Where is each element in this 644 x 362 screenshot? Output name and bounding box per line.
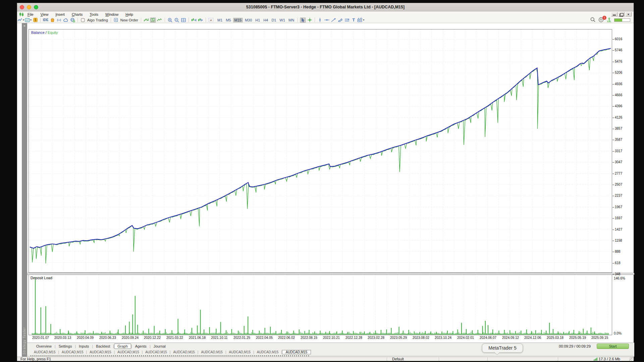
menu-window[interactable]: Window bbox=[105, 12, 118, 16]
tester-tab-overview[interactable]: Overview bbox=[33, 344, 55, 349]
document-tab[interactable]: AUDCAD,M15 bbox=[115, 350, 142, 354]
balance-equity-chart[interactable] bbox=[29, 29, 612, 273]
chart-style-icon[interactable]: ▾ bbox=[17, 17, 24, 23]
chart-shift-frame-icon[interactable] bbox=[208, 17, 214, 23]
zoom-out-icon[interactable] bbox=[174, 17, 180, 23]
mdi-close-icon[interactable]: × bbox=[625, 12, 632, 16]
dollar-icon[interactable]: $ bbox=[32, 17, 38, 23]
crosshair-icon[interactable] bbox=[307, 17, 313, 23]
svg-text:$: $ bbox=[34, 18, 36, 22]
menu-file[interactable]: File bbox=[28, 12, 34, 16]
price-tick-mark bbox=[612, 218, 614, 219]
horizontal-line-tool-icon[interactable] bbox=[324, 17, 330, 23]
algo-trading-button[interactable]: Algo Trading bbox=[87, 18, 108, 22]
menu-tools[interactable]: Tools bbox=[90, 12, 98, 16]
text-tool-icon[interactable]: T bbox=[351, 17, 357, 23]
menu-help[interactable]: Help bbox=[125, 12, 133, 16]
timeframe-m30[interactable]: M30 bbox=[244, 18, 253, 22]
new-order-button[interactable]: New Order bbox=[120, 18, 138, 22]
document-tab[interactable]: AUDCAD,M15 bbox=[170, 350, 197, 354]
menu-charts[interactable]: Charts bbox=[72, 12, 83, 16]
market-bag-icon[interactable] bbox=[49, 17, 55, 23]
deposit-min-label: 0.0% bbox=[614, 331, 622, 335]
deposit-load-chart[interactable] bbox=[29, 275, 612, 335]
tester-close-icon[interactable]: × bbox=[22, 23, 27, 28]
date-tick-label: 2024.12.06 bbox=[524, 336, 541, 340]
zoom-in-icon[interactable] bbox=[167, 17, 173, 23]
level-up-icon[interactable]: ⇧LVL bbox=[607, 18, 611, 22]
document-tab[interactable]: AUDCAD,M15 bbox=[87, 350, 114, 354]
candlestick-chart-icon[interactable] bbox=[150, 17, 156, 23]
date-tick-label: 2022.06.02 bbox=[278, 336, 295, 340]
date-tick-label: 2020.03.13 bbox=[54, 336, 71, 340]
price-tick-label: 1427 bbox=[615, 228, 622, 231]
shift-end-icon[interactable] bbox=[191, 17, 197, 23]
tester-tab-agents[interactable]: Agents bbox=[132, 344, 150, 349]
menu-view[interactable]: View bbox=[41, 12, 49, 16]
document-tab[interactable]: AUDCAD,M15 bbox=[282, 350, 311, 354]
new-order-icon[interactable] bbox=[113, 17, 119, 23]
timeframe-mn[interactable]: MN bbox=[287, 18, 296, 22]
legend-equity: Equity bbox=[48, 31, 58, 35]
document-tab[interactable]: AUDCAD,M15 bbox=[198, 350, 225, 354]
price-tick-label: 618 bbox=[615, 261, 621, 265]
channel-tool-icon[interactable] bbox=[337, 17, 343, 23]
community-globe-icon[interactable] bbox=[69, 17, 75, 23]
tick-chart-icon[interactable] bbox=[143, 17, 149, 23]
timeframe-h1[interactable]: H1 bbox=[254, 18, 261, 22]
start-button[interactable]: Start bbox=[597, 344, 629, 349]
tester-tab-settings[interactable]: Settings bbox=[56, 344, 75, 349]
tile-windows-icon[interactable] bbox=[180, 17, 186, 23]
tester-tab-graph[interactable]: Graph bbox=[114, 344, 131, 349]
price-tick-label: 4396 bbox=[615, 104, 622, 108]
tester-tab-inputs[interactable]: Inputs bbox=[76, 344, 92, 349]
timeframe-w1[interactable]: W1 bbox=[278, 18, 287, 22]
community-notifications-icon[interactable]: 1 bbox=[598, 17, 604, 23]
fibonacci-tool-icon[interactable] bbox=[344, 17, 350, 23]
timeframe-m5[interactable]: M5 bbox=[224, 18, 232, 22]
tester-tab-journal[interactable]: Journal bbox=[151, 344, 169, 349]
price-tick-mark bbox=[612, 252, 614, 252]
price-tick-mark bbox=[612, 274, 614, 275]
tester-tab-backtest[interactable]: Backtest bbox=[93, 344, 113, 349]
vertical-line-tool-icon[interactable] bbox=[317, 17, 323, 23]
price-tick-mark bbox=[612, 106, 614, 107]
price-tick-mark bbox=[612, 196, 614, 196]
date-tick-label: 2020.01.07 bbox=[32, 336, 49, 340]
cursor-icon[interactable] bbox=[300, 17, 306, 23]
cloud-icon[interactable] bbox=[63, 17, 69, 23]
document-tab[interactable]: AUDCAD,M15 bbox=[143, 350, 169, 354]
dock-tooltip: MetaTrader 5 bbox=[482, 344, 523, 353]
ide-button[interactable]: IDE bbox=[43, 17, 49, 23]
search-icon[interactable] bbox=[590, 17, 595, 23]
price-tick-label: 6016 bbox=[615, 37, 622, 41]
document-tab[interactable]: AUDCAD,M15 bbox=[254, 350, 281, 354]
timeframe-m1[interactable]: M1 bbox=[216, 18, 224, 22]
signals-icon[interactable] bbox=[56, 17, 62, 23]
document-tab[interactable]: AUDCAD,M15 bbox=[226, 350, 253, 354]
timeframe-d1[interactable]: D1 bbox=[270, 18, 277, 22]
date-tick-label: 2021.03.22 bbox=[166, 336, 183, 340]
line-chart-icon[interactable] bbox=[157, 17, 163, 23]
shapes-tool-icon[interactable]: ▾ bbox=[357, 17, 364, 23]
price-tick-mark bbox=[612, 95, 614, 96]
timeframe-h4[interactable]: H4 bbox=[262, 18, 269, 22]
strategy-tester-side-strip: × Strategy Tester bbox=[22, 23, 27, 357]
price-tick-label: 4936 bbox=[615, 82, 622, 86]
notification-badge: 1 bbox=[602, 16, 606, 20]
resize-grip[interactable] bbox=[629, 357, 633, 361]
mt5-window: 531085005 - FTMO-Server3 - Hedge - FTMO … bbox=[17, 3, 634, 361]
timeframe-m15[interactable]: M15 bbox=[233, 18, 243, 22]
mdi-restore-icon[interactable] bbox=[618, 12, 625, 16]
auto-scroll-icon[interactable] bbox=[198, 17, 204, 23]
trendline-tool-icon[interactable] bbox=[330, 17, 336, 23]
mdi-minimize-icon[interactable] bbox=[611, 12, 618, 16]
algo-trading-icon[interactable] bbox=[80, 17, 86, 23]
menu-insert[interactable]: Insert bbox=[55, 12, 65, 16]
deposit-max-label: 146.6% bbox=[614, 277, 625, 280]
document-tab[interactable]: AUDCAD,M15 bbox=[31, 350, 58, 354]
date-tick-label: 2020.06.23 bbox=[99, 336, 116, 340]
document-tab[interactable]: AUDCAD,M15 bbox=[59, 350, 86, 354]
market-watch-icon[interactable]: ▾ bbox=[25, 17, 32, 23]
status-profile[interactable]: Default bbox=[392, 357, 404, 361]
